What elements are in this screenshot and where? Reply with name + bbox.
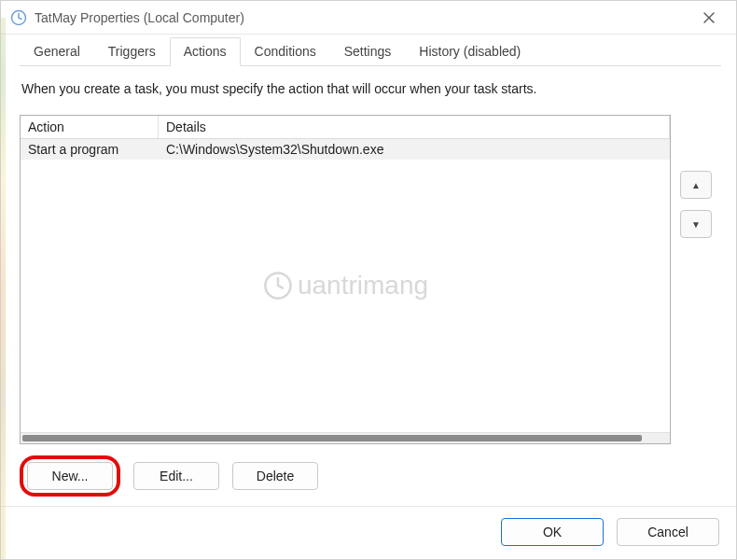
tab-description: When you create a task, you must specify… (21, 81, 719, 96)
close-button[interactable] (691, 5, 727, 31)
chevron-down-icon: ▼ (691, 219, 701, 230)
cell-action: Start a program (21, 139, 159, 160)
dialog-window: TatMay Properties (Local Computer) Gener… (0, 0, 737, 560)
tab-actions[interactable]: Actions (170, 37, 241, 66)
highlight-ring: New... (20, 455, 120, 497)
tab-settings[interactable]: Settings (330, 37, 406, 66)
dialog-footer: OK Cancel (1, 506, 736, 559)
app-icon (10, 9, 27, 26)
reorder-controls: ▲ ▼ (671, 115, 721, 444)
cancel-button[interactable]: Cancel (617, 518, 719, 546)
tab-triggers[interactable]: Triggers (94, 37, 170, 66)
ok-button[interactable]: OK (501, 518, 604, 546)
svg-point-1 (265, 273, 290, 298)
chevron-up-icon: ▲ (691, 180, 701, 190)
horizontal-scrollbar[interactable] (21, 432, 670, 443)
tab-bar: General Triggers Actions Conditions Sett… (20, 35, 721, 66)
watermark-text: uantrimang (298, 271, 428, 301)
dialog-body: General Triggers Actions Conditions Sett… (1, 35, 736, 506)
close-icon (703, 12, 715, 23)
action-button-row: New... Edit... Delete (20, 455, 721, 497)
svg-point-2 (265, 273, 290, 298)
titlebar: TatMay Properties (Local Computer) (1, 1, 736, 35)
actions-table: Action Details Start a program C:\Window… (20, 115, 671, 444)
scrollbar-thumb[interactable] (22, 435, 642, 441)
table-body: Start a program C:\Windows\System32\Shut… (21, 139, 670, 432)
edit-button[interactable]: Edit... (133, 462, 219, 490)
table-header: Action Details (21, 116, 670, 139)
left-decorative-stripe (1, 18, 6, 559)
delete-button[interactable]: Delete (232, 462, 318, 490)
table-row[interactable]: Start a program C:\Windows\System32\Shut… (21, 139, 670, 160)
tab-history[interactable]: History (disabled) (405, 37, 535, 66)
tab-general[interactable]: General (20, 37, 94, 66)
watermark: uantrimang (262, 270, 428, 301)
window-title: TatMay Properties (Local Computer) (35, 10, 691, 25)
cell-details: C:\Windows\System32\Shutdown.exe (159, 139, 670, 160)
tab-conditions[interactable]: Conditions (241, 37, 330, 66)
move-down-button[interactable]: ▼ (680, 210, 712, 238)
column-details[interactable]: Details (159, 116, 670, 138)
column-action[interactable]: Action (21, 116, 159, 138)
main-row: Action Details Start a program C:\Window… (20, 115, 721, 444)
watermark-icon (262, 270, 294, 301)
move-up-button[interactable]: ▲ (680, 171, 712, 199)
new-button[interactable]: New... (27, 462, 113, 490)
